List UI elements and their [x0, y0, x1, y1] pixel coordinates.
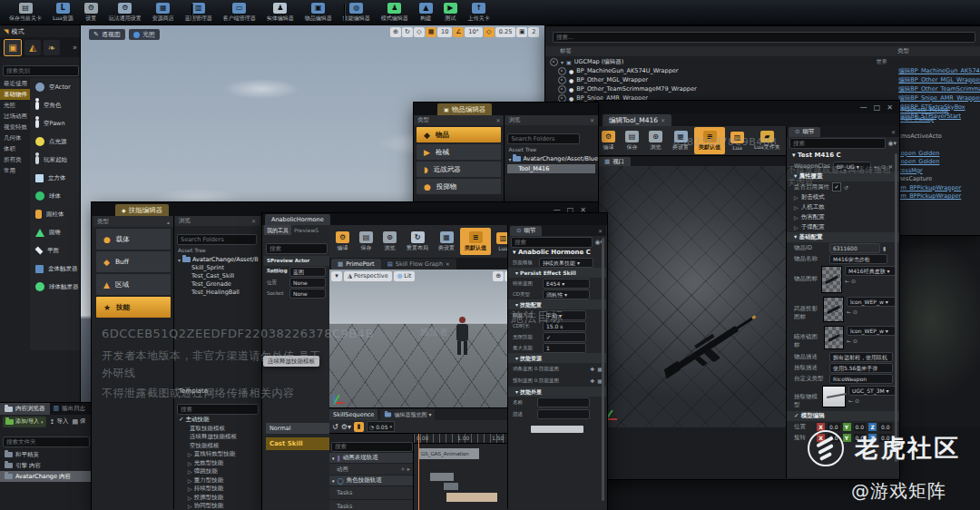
m416-titlebar[interactable]: — □ ✕ — [595, 101, 899, 113]
foliage-tab[interactable]: ❧ — [44, 40, 60, 55]
skill-track-section[interactable]: ▾ ◯ 角色技能轨道 — [329, 476, 413, 486]
weapon-class-dropdown[interactable]: BP_UG ▾ — [833, 162, 871, 172]
expander-icon[interactable]: ▾ — [561, 59, 564, 65]
override-section-header[interactable]: ▾ 属性覆盖 — [787, 172, 899, 181]
toolbar-button[interactable]: ▣ 物品编辑器 — [299, 1, 338, 25]
modes-category[interactable]: 最近使用 — [0, 78, 30, 89]
details-search-input[interactable] — [789, 138, 886, 149]
skill-editor-tab[interactable]: ◆ 技能编辑器 — [115, 204, 169, 216]
frame-time-field[interactable]: ◔ 0.05 ▾ — [367, 421, 395, 432]
task-clip[interactable] — [430, 473, 454, 481]
outliner-type-link[interactable]: P_Machete_Pickup — [895, 106, 980, 115]
minimize-button[interactable]: — — [860, 102, 867, 113]
modes-category[interactable]: 视觉特效 — [0, 122, 30, 132]
detail-value-dropdown[interactable]: 消耗性 ▾ — [543, 289, 590, 299]
outliner-type-link[interactable]: s — [895, 141, 980, 150]
persist-section-header[interactable]: ▾ Persist Effect Skill — [508, 268, 606, 278]
scope-icon-dropdown[interactable]: Icon_WEP_w ▾ — [847, 326, 896, 336]
detail-value-field[interactable]: 手动 ▾ — [543, 310, 586, 320]
detail-value-dropdown[interactable]: E454 ▾ — [543, 279, 590, 289]
item-type-row[interactable]: ◆ 物品 — [416, 127, 501, 142]
enable-checkbox[interactable]: ✓ — [832, 182, 841, 191]
outliner-type-link[interactable] — [895, 123, 980, 132]
template-item[interactable]: ▷ 弹跳技能 — [175, 467, 260, 476]
toolbar-button[interactable]: ♟ 模式编辑器 — [376, 1, 414, 25]
camera-speed-icon[interactable]: ▣ — [516, 27, 527, 37]
modes-category[interactable]: 常用 — [0, 165, 30, 176]
content-folder[interactable]: 引擎 内容 — [0, 460, 91, 471]
skill-flow-graph-tab[interactable]: ▤ Skill Flow Graph ✕ — [381, 259, 456, 270]
transform-section-header[interactable]: ✓ 模型编辑 — [787, 411, 899, 421]
skill-type-row[interactable]: ▲ 区域 — [96, 274, 171, 295]
resource-section-header[interactable]: ▾ 技能资源 — [508, 353, 606, 363]
outliner-type-link[interactable]: P_Pan_Pickup — [895, 115, 980, 124]
outliner-column-label[interactable]: 标签 — [560, 47, 572, 55]
add-import-button[interactable]: 添加/导入 ▾ — [3, 417, 46, 427]
undo-icon[interactable]: ↺ — [332, 423, 338, 431]
pickup-desc-field[interactable]: 使用5.56毫米子弹 — [829, 363, 893, 373]
visibility-eye-icon[interactable] — [558, 67, 566, 75]
browse-icon[interactable]: ⊙ — [881, 163, 886, 170]
item-icon-dropdown[interactable]: M416经典皮肤 ▾ — [845, 266, 896, 276]
placeable-actor[interactable]: 空Actor — [30, 78, 80, 96]
template-root[interactable]: ✓主动技能 — [175, 416, 260, 425]
details-search-input[interactable] — [511, 237, 593, 248]
placeable-actor[interactable]: 圆柱体 — [30, 205, 80, 223]
timeline-ruler[interactable]: 0.00 1.00 1.50 — [414, 434, 507, 444]
back-arrow-icon[interactable]: ← — [847, 309, 851, 315]
item-type-row[interactable]: ● 投掷物 — [416, 179, 501, 194]
anim-track-row[interactable]: 动画 + ▸ — [329, 464, 413, 476]
modes-category[interactable]: 体积 — [0, 143, 30, 154]
toolbar-button[interactable]: ▶ 测试 — [438, 1, 463, 25]
browse-icon[interactable]: ⊙ — [853, 309, 858, 315]
browse-icon[interactable]: ⊙ — [855, 397, 859, 404]
angle-snap-icon[interactable]: ∠ — [453, 27, 464, 37]
playhead[interactable] — [418, 434, 419, 510]
placeable-actor[interactable]: 球体触发器 — [30, 278, 80, 296]
projection-icon-thumbnail[interactable] — [823, 297, 844, 322]
back-arrow-icon[interactable]: ← — [874, 163, 878, 170]
m416-document-tab[interactable]: 编辑Tool_M416 ✕ — [603, 114, 671, 126]
actor-dropdown[interactable]: 蓝图 — [289, 267, 326, 277]
template-item[interactable]: ▷ 协同型技能 — [175, 502, 260, 510]
browse-icon[interactable]: ⊙ — [851, 278, 856, 284]
blueprint-toolbar-button[interactable]: ⚙ 编译 — [597, 127, 620, 154]
task-row[interactable]: Tasks — [329, 486, 413, 500]
m416-preview-viewport[interactable] — [597, 166, 786, 427]
anim-track-section[interactable]: ▾ ‖ 动画表现轨道 — [329, 453, 413, 464]
base-config-section-header[interactable]: ▾ 基础配置 — [787, 232, 899, 242]
graph-node-normal[interactable]: Normal — [266, 423, 329, 434]
lock-toggle-icon[interactable]: ▮ — [354, 422, 364, 432]
item-desc-field[interactable]: 拥有远射程，使用联机 — [829, 352, 893, 362]
item-type-row[interactable]: ▶ 枪械 — [416, 144, 501, 160]
asset-path[interactable]: AvatarChange/Asset/Blue — [523, 155, 598, 162]
item-icon-thumbnail[interactable] — [821, 266, 842, 293]
toolbar-button[interactable]: ▦ 资源商店 — [147, 1, 180, 25]
skill-asset[interactable]: Skill_Sprint — [175, 264, 260, 272]
skill-type-row[interactable]: ● 载体 — [96, 229, 171, 250]
grid-snap-icon[interactable]: ▦ — [426, 27, 436, 37]
skill-asset[interactable]: Test_Grenade — [175, 280, 260, 289]
settings-dropdown-icon[interactable]: ⚙▾ — [341, 423, 351, 431]
expander-icon[interactable]: ▷ — [794, 224, 799, 230]
toolbar-button[interactable]: ↑ 上传关卡 — [463, 1, 495, 25]
blueprint-toolbar-button[interactable]: ⚙ 编译 — [331, 228, 354, 255]
view-options-icon[interactable]: ◉▾ — [887, 140, 897, 147]
visibility-eye-icon[interactable] — [558, 85, 566, 93]
toolbar-button[interactable]: ▲ 构建 — [414, 1, 438, 25]
placeable-actor[interactable]: 空角色 — [30, 96, 80, 114]
add-icon[interactable]: ✚ — [590, 378, 594, 384]
item-editor-tab[interactable]: ▣ 物品编辑器 — [437, 103, 492, 115]
template-item[interactable]: ▷ 直线特效型技能 — [175, 450, 260, 459]
details-tab[interactable]: ⊙ 细节 — [510, 226, 542, 236]
visibility-eye-icon[interactable] — [550, 58, 558, 66]
toolbar-button[interactable]: ⚙ 设置 — [79, 1, 103, 25]
task-clip[interactable] — [444, 483, 458, 490]
track-search-input[interactable] — [331, 442, 413, 452]
details-scrollbar[interactable] — [895, 153, 897, 462]
outliner-actor-row[interactable]: ● BP_MachineGun_AK574U_Wrapper 编辑BP_Mach… — [545, 66, 980, 75]
expander-icon[interactable]: ▷ — [794, 214, 799, 221]
skill-asset[interactable]: Test_HealingBall — [175, 289, 260, 297]
template-item[interactable]: ▷ 投掷型技能 — [175, 494, 260, 503]
primeport-tab[interactable]: ▩ PrimePort — [331, 259, 381, 270]
